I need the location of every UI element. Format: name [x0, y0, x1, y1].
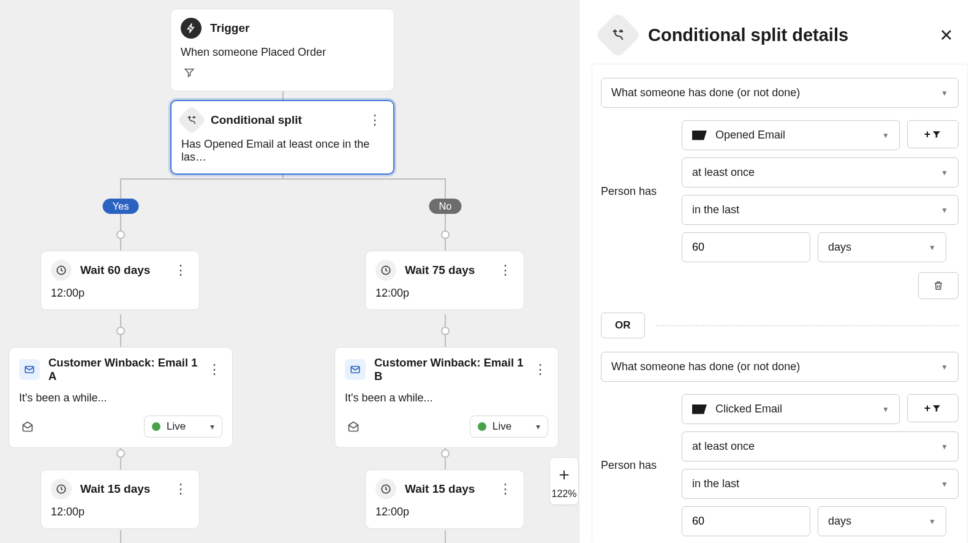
frequency-label: at least once: [692, 440, 755, 453]
chevron-down-icon: ▼: [941, 363, 948, 371]
mail-open-icon[interactable]: [19, 418, 36, 435]
window-select[interactable]: in the last ▼: [682, 469, 959, 499]
or-chip: OR: [601, 313, 645, 338]
chevron-down-icon: ▼: [941, 169, 948, 177]
wait-time: 12:00p: [51, 506, 189, 518]
wait-card-yes-1[interactable]: Wait 60 days ⋮ 12:00p: [40, 251, 200, 310]
brand-flag-icon: [692, 131, 707, 140]
email-status-label: Live: [492, 420, 511, 433]
trigger-card[interactable]: Trigger When someone Placed Order: [170, 9, 394, 91]
window-unit-label: days: [828, 241, 851, 254]
wait-card-yes-2[interactable]: Wait 15 days ⋮ 12:00p: [40, 469, 200, 529]
mail-icon: [345, 359, 366, 380]
frequency-label: at least once: [692, 166, 755, 179]
zoom-in-button[interactable]: ＋: [556, 458, 573, 487]
frequency-select[interactable]: at least once ▼: [682, 158, 959, 188]
email-status-select[interactable]: Live ▾: [470, 416, 548, 438]
person-has-label: Person has: [601, 185, 669, 198]
condition-type-label: What someone has done (or not done): [611, 86, 800, 99]
status-live-dot-icon: [152, 422, 160, 431]
window-select[interactable]: in the last ▼: [682, 195, 959, 225]
conditional-split-card[interactable]: Conditional split ⋮ Has Opened Email at …: [170, 100, 394, 175]
split-icon: [595, 12, 641, 58]
email-card-menu[interactable]: ⋮: [206, 361, 222, 378]
chevron-down-icon: ▾: [536, 422, 540, 431]
wait-card-menu[interactable]: ⋮: [497, 262, 514, 279]
chevron-down-icon: ▼: [941, 480, 948, 488]
mail-open-icon[interactable]: [345, 418, 362, 435]
trigger-desc: When someone Placed Order: [181, 46, 384, 59]
metric-select[interactable]: Clicked Email ▼: [682, 394, 900, 424]
branch-label-yes: Yes: [103, 199, 139, 214]
window-label: in the last: [692, 203, 739, 216]
wait-card-menu[interactable]: ⋮: [172, 480, 189, 498]
brand-flag-icon: [692, 404, 707, 414]
split-icon: [177, 105, 206, 135]
metric-select[interactable]: Opened Email ▼: [682, 120, 900, 150]
email-title: Customer Winback: Email 1 B: [374, 356, 524, 383]
wait-title: Wait 60 days: [80, 264, 150, 277]
chevron-down-icon: ▼: [941, 206, 948, 215]
chevron-down-icon: ▼: [941, 442, 948, 451]
email-subtitle: It's been a while...: [19, 392, 222, 404]
add-filter-button[interactable]: +: [907, 394, 959, 422]
window-label: in the last: [692, 477, 739, 490]
email-card-yes[interactable]: Customer Winback: Email 1 A ⋮ It's been …: [9, 347, 233, 448]
wait-card-no-2[interactable]: Wait 15 days ⋮ 12:00p: [365, 469, 524, 529]
chevron-down-icon: ▼: [882, 405, 889, 414]
email-status-select[interactable]: Live ▾: [144, 416, 222, 438]
wait-card-menu[interactable]: ⋮: [497, 480, 514, 498]
details-panel: Conditional split details What someone h…: [579, 0, 980, 543]
email-subtitle: It's been a while...: [345, 392, 548, 404]
wait-time: 12:00p: [51, 287, 189, 300]
delete-condition-button[interactable]: [918, 272, 959, 299]
trigger-bolt-icon: [181, 18, 202, 39]
trigger-title: Trigger: [210, 21, 249, 35]
wait-time: 12:00p: [375, 287, 514, 300]
chevron-down-icon: ▼: [882, 131, 889, 140]
chevron-down-icon: ▼: [929, 243, 936, 252]
window-value-input[interactable]: [682, 506, 810, 536]
email-status-label: Live: [167, 420, 186, 433]
clock-icon: [51, 260, 72, 281]
window-value-input[interactable]: [682, 232, 810, 262]
window-unit-select[interactable]: days ▼: [818, 506, 946, 536]
chevron-down-icon: ▼: [941, 89, 948, 97]
window-unit-select[interactable]: days ▼: [818, 232, 946, 262]
clock-icon: [51, 479, 72, 499]
mail-icon: [19, 359, 40, 380]
frequency-select[interactable]: at least once ▼: [682, 431, 959, 461]
close-button[interactable]: [935, 23, 958, 47]
zoom-control: ＋ 122%: [549, 457, 579, 505]
split-card-menu[interactable]: ⋮: [366, 112, 383, 129]
status-live-dot-icon: [478, 422, 486, 431]
metric-label: Clicked Email: [715, 403, 782, 416]
branch-label-no: No: [429, 199, 461, 214]
clock-icon: [375, 260, 396, 281]
condition-type-label: What someone has done (or not done): [611, 360, 800, 373]
clock-icon: [375, 479, 396, 499]
add-filter-button[interactable]: +: [907, 120, 959, 148]
wait-title: Wait 75 days: [405, 264, 475, 277]
flow-canvas[interactable]: Yes No Trigger When someone Placed Order…: [0, 0, 579, 543]
email-title: Customer Winback: Email 1 A: [48, 356, 198, 383]
wait-card-menu[interactable]: ⋮: [172, 262, 189, 279]
person-has-label: Person has: [601, 459, 669, 472]
filter-icon[interactable]: [181, 64, 198, 81]
metric-label: Opened Email: [715, 129, 785, 142]
chevron-down-icon: ▼: [929, 517, 936, 526]
email-card-no[interactable]: Customer Winback: Email 1 B ⋮ It's been …: [334, 347, 559, 448]
zoom-level: 122%: [552, 487, 577, 504]
divider: [656, 325, 959, 326]
condition-type-select[interactable]: What someone has done (or not done) ▼: [601, 78, 959, 108]
wait-title: Wait 15 days: [80, 482, 150, 496]
wait-time: 12:00p: [375, 506, 514, 518]
condition-type-select[interactable]: What someone has done (or not done) ▼: [601, 352, 959, 382]
split-title: Conditional split: [211, 113, 302, 127]
window-unit-label: days: [828, 515, 851, 528]
wait-card-no-1[interactable]: Wait 75 days ⋮ 12:00p: [365, 251, 524, 310]
wait-title: Wait 15 days: [405, 482, 475, 496]
split-desc: Has Opened Email at least once in the la…: [181, 138, 383, 164]
email-card-menu[interactable]: ⋮: [532, 361, 548, 378]
chevron-down-icon: ▾: [210, 422, 214, 431]
